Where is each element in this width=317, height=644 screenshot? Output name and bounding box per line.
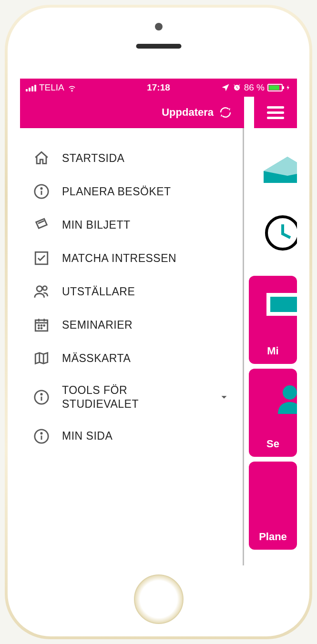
nav-item-label: MATCHA INTRESSEN — [62, 252, 229, 265]
svg-point-14 — [41, 328, 42, 329]
ticket-icon — [264, 288, 297, 326]
main-content-peek: Mi Se Plane — [244, 128, 297, 565]
home-icon — [33, 150, 50, 166]
people-icon — [33, 283, 50, 300]
nav-item-biljett[interactable]: MIN BILJETT — [20, 208, 243, 242]
phone-frame: TELIA 17:18 86 % Uppdatera — [5, 5, 312, 639]
carrier-label: TELIA — [39, 82, 64, 93]
nav-item-matcha[interactable]: MATCHA INTRESSEN — [20, 242, 243, 275]
hamburger-button[interactable] — [254, 97, 297, 128]
peek-tiles — [244, 128, 297, 271]
location-icon — [221, 83, 230, 92]
nav-item-label: PLANERA BESÖKET — [62, 185, 229, 199]
nav-item-label: SEMINARIER — [62, 318, 229, 332]
nav-item-tools[interactable]: TOOLS FÖR STUDIEVALET — [20, 375, 243, 420]
info-icon — [33, 183, 50, 200]
battery-icon — [267, 84, 283, 91]
calendar-icon — [33, 317, 50, 333]
status-bar-left: TELIA — [26, 82, 77, 93]
peek-card-label: Mi — [249, 345, 297, 357]
svg-rect-22 — [268, 295, 297, 314]
phone-camera — [155, 23, 163, 30]
peek-card-label: Plane — [249, 531, 297, 543]
ticket-icon — [33, 217, 50, 233]
svg-point-20 — [41, 433, 42, 433]
charging-icon — [286, 83, 291, 92]
nav-item-label: MIN SIDA — [62, 429, 229, 443]
status-time: 17:18 — [147, 82, 170, 93]
nav-item-label: MÄSSKARTA — [62, 352, 229, 365]
nav-item-label: MIN BILJETT — [62, 218, 229, 232]
alarm-icon — [233, 83, 241, 92]
status-bar: TELIA 17:18 86 % — [20, 79, 297, 97]
nav-item-seminarier[interactable]: SEMINARIER — [20, 308, 243, 342]
nav-drawer: STARTSIDA PLANERA BESÖKET MIN BILJETT MA… — [20, 128, 244, 565]
svg-point-4 — [37, 286, 42, 292]
phone-speaker — [136, 44, 181, 49]
nav-item-label: STARTSIDA — [62, 151, 229, 165]
nav-item-label: UTSTÄLLARE — [62, 285, 229, 299]
update-label: Uppdatera — [162, 106, 214, 119]
chevron-down-icon — [219, 392, 229, 402]
wifi-icon — [67, 83, 77, 92]
clock-icon — [264, 214, 297, 252]
checkbox-icon — [33, 250, 50, 266]
phone-frame-inner: TELIA 17:18 86 % Uppdatera — [8, 8, 309, 636]
building-icon — [259, 147, 297, 185]
peek-card-label: Se — [249, 438, 297, 450]
svg-point-2 — [41, 188, 42, 189]
nav-item-minsida[interactable]: MIN SIDA — [20, 420, 243, 453]
nav-item-startsida[interactable]: STARTSIDA — [20, 141, 243, 175]
svg-point-12 — [44, 325, 45, 326]
svg-point-5 — [43, 286, 47, 291]
app-screen: TELIA 17:18 86 % Uppdatera — [20, 79, 297, 565]
info-icon — [33, 389, 50, 405]
svg-point-11 — [41, 325, 42, 326]
svg-point-10 — [38, 325, 39, 326]
map-icon — [33, 350, 50, 366]
nav-item-utstallare[interactable]: UTSTÄLLARE — [20, 275, 243, 308]
nav-item-planera[interactable]: PLANERA BESÖKET — [20, 175, 243, 208]
drawer-header: Uppdatera — [20, 97, 244, 128]
hamburger-icon — [267, 106, 284, 119]
battery-label: 86 % — [244, 82, 265, 93]
refresh-icon[interactable] — [218, 105, 233, 120]
phone-bezel: TELIA 17:18 86 % Uppdatera — [10, 10, 307, 634]
nav-item-masskarta[interactable]: MÄSSKARTA — [20, 342, 243, 375]
signal-icon — [26, 84, 36, 91]
nav-item-label: TOOLS FÖR STUDIEVALET — [62, 383, 206, 411]
info-icon — [33, 428, 50, 444]
svg-point-13 — [38, 328, 39, 329]
peek-card-3[interactable]: Plane — [249, 462, 297, 550]
peek-card-1[interactable]: Mi — [249, 276, 297, 364]
peek-card-2[interactable]: Se — [249, 369, 297, 457]
phone-home-button[interactable] — [134, 574, 184, 624]
svg-point-17 — [41, 393, 42, 394]
person-icon — [264, 381, 297, 419]
status-bar-right: 86 % — [221, 82, 291, 93]
svg-point-24 — [283, 385, 297, 400]
